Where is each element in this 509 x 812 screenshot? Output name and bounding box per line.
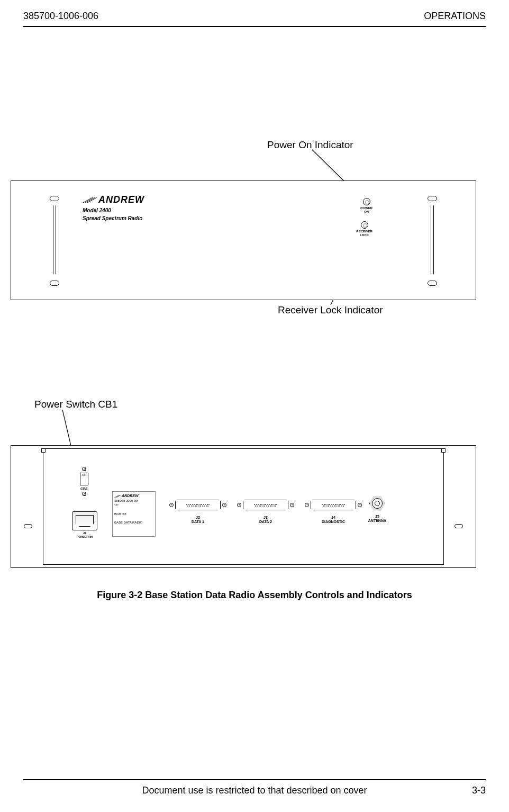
j5-block: J5 ANTENNA [368,495,386,523]
power-on-led-block: POWER ON [360,198,372,213]
inner-chassis: OFF CB1 J1 POWER IN [43,448,444,565]
power-inlet-icon [72,511,97,530]
receiver-lock-label-2: LOCK [356,233,372,237]
brand-name: ANDREW [98,194,144,205]
plate-stripes-icon [114,494,122,498]
callout-power-switch: Power Switch CB1 [34,399,117,410]
j4-block: J4 DIAGNOSTIC [305,498,362,524]
rack-hole [24,524,32,528]
power-inlet-block: J1 POWER IN [72,511,97,538]
receiver-lock-led-icon [361,221,368,229]
plate-rev: "X" [114,503,153,507]
brand-block: ANDREW Model 2400 Spread Spectrum Radio [83,194,144,221]
j5-label-1: J5 [368,515,386,519]
j5-label-2: ANTENNA [368,519,386,523]
page-footer: Document use is restricted to that descr… [23,785,486,796]
rear-panel: OFF CB1 J1 POWER IN [11,445,476,568]
j4-label-2: DIAGNOSTIC [305,520,362,524]
j2-label-2: DATA 1 [169,520,226,524]
figure-caption: Figure 3-2 Base Station Data Radio Assem… [0,590,509,601]
j3-block: J3 DATA 2 [237,498,294,524]
page-number: 3-3 [472,785,486,796]
cb1-rocker: OFF [80,473,88,485]
j1-label-1: J1 [72,531,97,535]
cb1-label: CB1 [79,487,89,491]
footer-restriction: Document use is restricted to that descr… [142,785,367,796]
j2-connector-icon [169,498,226,512]
cb1-top-icon [82,467,86,471]
plate-desc: BASE DATA RADIO [114,520,153,525]
connectors-row: J2 DATA 1 J3 DATA 2 [169,498,362,524]
j3-connector-icon [237,498,294,512]
j1-label-2: POWER IN [72,535,97,539]
brand-logo: ANDREW [83,194,144,205]
cb1-off-text: OFF [82,473,87,476]
receiver-lock-label-1: RECEIVER [356,230,372,233]
callout-receiver-lock: Receiver Lock Indicator [278,304,383,316]
j2-block: J2 DATA 1 [169,498,226,524]
j5-connector-icon [369,495,385,511]
info-plate: ANDREW 385700-3000-XX "X" BCM XX BASE DA… [112,491,156,537]
j3-label-2: DATA 2 [237,520,294,524]
callout-power-on: Power On Indicator [267,139,353,151]
model-line1: Model 2400 [83,207,144,213]
power-on-label-2: ON [360,210,372,214]
doc-number: 385700-1006-006 [23,11,98,22]
plate-bcm: BCM XX [114,512,153,516]
model-line2: Spread Spectrum Radio [83,215,144,221]
front-panel: ANDREW Model 2400 Spread Spectrum Radio … [11,181,476,300]
j2-label-1: J2 [169,516,226,520]
j4-label-1: J4 [305,516,362,520]
section-title: OPERATIONS [424,11,486,22]
plate-brand: ANDREW [122,494,139,498]
page-header: 385700-1006-006 OPERATIONS [0,0,509,26]
cb1-switch: OFF CB1 [79,467,89,494]
power-on-led-icon [363,198,370,205]
logo-stripes-icon [83,196,98,204]
plate-partno: 385700-3000-XX [114,499,153,503]
page-content: Power On Indicator Receiver Lock Indicat… [0,27,509,757]
receiver-lock-led-block: RECEIVER LOCK [356,221,372,237]
power-on-label-1: POWER [360,206,372,210]
j4-connector-icon [305,498,362,512]
footer-rule [23,779,486,780]
rack-hole [455,524,463,528]
mount-slot-left [48,196,61,286]
cb1-bottom-icon [82,492,86,496]
j3-label-1: J3 [237,516,294,520]
mount-slot-right [426,196,439,286]
